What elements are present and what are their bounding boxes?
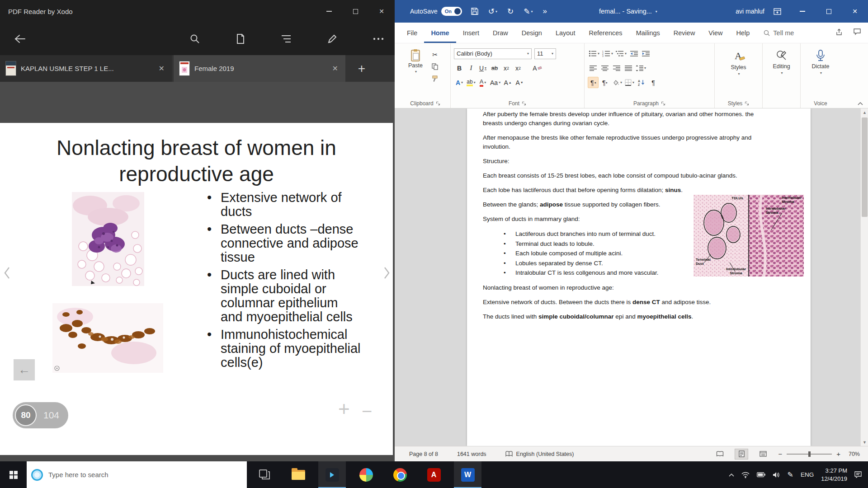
document-title[interactable]: femal... - Saving... ▾ <box>599 0 657 23</box>
previous-page-chevron[interactable] <box>3 266 11 280</box>
page-indicator[interactable]: 80 104 <box>13 402 68 428</box>
scrollbar-thumb[interactable] <box>862 117 868 217</box>
ribbon-tab-home[interactable]: Home <box>424 23 456 43</box>
slide-back-button[interactable]: ← <box>14 359 35 380</box>
zoom-percentage[interactable]: 70% <box>849 451 860 457</box>
ribbon-tab-help[interactable]: Help <box>730 23 757 43</box>
decrease-indent-button[interactable] <box>628 48 639 59</box>
styles-group-label[interactable]: Styles <box>715 100 762 107</box>
action-center-icon[interactable] <box>854 471 862 478</box>
align-right-button[interactable] <box>611 62 622 74</box>
pen-input-icon[interactable]: ✎ <box>787 470 793 479</box>
pdf-maximize-button[interactable] <box>342 0 368 23</box>
shading-button[interactable]: ▾ <box>611 77 623 88</box>
ribbon-tab-references[interactable]: References <box>582 23 629 43</box>
document-scrollbar[interactable]: ▲ ▼ <box>860 108 868 446</box>
undo-icon[interactable]: ↺▾ <box>488 7 497 16</box>
show-paragraph-marks-button[interactable]: ¶ <box>648 77 659 88</box>
format-painter-icon[interactable] <box>429 73 440 84</box>
strikethrough-button[interactable]: ab <box>489 62 500 74</box>
align-left-button[interactable] <box>588 62 599 74</box>
ribbon-tab-design[interactable]: Design <box>515 23 549 43</box>
increase-indent-button[interactable] <box>640 48 651 59</box>
pdf-minimize-button[interactable] <box>316 0 342 23</box>
more-commands-icon[interactable]: » <box>543 7 547 16</box>
font-size-select[interactable]: 11▾ <box>534 48 556 59</box>
ribbon-tab-insert[interactable]: Insert <box>456 23 486 43</box>
styles-button[interactable]: A Styles ▾ <box>725 47 753 97</box>
word-minimize-button[interactable] <box>789 0 816 23</box>
tell-me-box[interactable]: Tell me <box>764 23 794 43</box>
line-spacing-button[interactable]: ▾ <box>635 62 647 74</box>
cut-icon[interactable]: ✂ <box>429 49 440 60</box>
page-count-status[interactable]: Page 8 of 8 <box>409 451 438 457</box>
search-icon[interactable] <box>189 33 200 44</box>
taskbar-pdf-reader-icon[interactable] <box>318 461 346 488</box>
pdf-tab-0[interactable]: KAPLAN USMLE STEP 1 LE...✕ <box>0 55 172 82</box>
ribbon-tab-draw[interactable]: Draw <box>486 23 515 43</box>
font-name-select[interactable]: Calibri (Body)▾ <box>454 48 532 59</box>
left-to-right-button[interactable]: ¶◂ <box>588 77 599 88</box>
collapse-ribbon-icon[interactable] <box>857 102 863 106</box>
share-icon[interactable] <box>835 28 843 38</box>
taskbar-chrome-icon[interactable] <box>386 461 414 488</box>
align-center-button[interactable] <box>599 62 610 74</box>
quick-pen-icon[interactable]: ✎▾ <box>524 7 533 16</box>
font-color-button[interactable]: A▾ <box>477 77 488 88</box>
page-thumbnails-icon[interactable] <box>236 33 245 44</box>
subscript-button[interactable]: x2 <box>501 62 512 74</box>
text-effects-button[interactable]: A▾ <box>454 77 465 88</box>
right-to-left-button[interactable]: ¶▸ <box>599 77 610 88</box>
pdf-close-button[interactable]: ✕ <box>368 0 395 23</box>
pdf-tab-close-icon[interactable]: ✕ <box>157 63 166 74</box>
zoom-out-icon[interactable]: − <box>778 450 782 458</box>
new-tab-button[interactable]: + <box>347 55 376 82</box>
sort-button[interactable]: AZ <box>636 77 647 88</box>
read-mode-view-icon[interactable] <box>713 449 726 460</box>
ribbon-tab-review[interactable]: Review <box>667 23 702 43</box>
shrink-font-button[interactable]: A▼ <box>514 77 525 88</box>
ribbon-display-options-icon[interactable] <box>774 8 781 15</box>
document-page[interactable]: After puberty the female brests develop … <box>467 108 811 446</box>
redo-icon[interactable]: ↻ <box>507 7 514 16</box>
word-count-status[interactable]: 1641 words <box>457 451 486 457</box>
autosave-toggle[interactable]: On <box>441 7 462 16</box>
taskbar-acrobat-icon[interactable]: A <box>420 461 448 488</box>
editing-button[interactable]: Editing ▾ <box>768 47 796 97</box>
copy-icon[interactable] <box>429 61 440 72</box>
next-page-chevron[interactable] <box>383 266 391 280</box>
more-options-icon[interactable] <box>373 38 384 40</box>
battery-icon[interactable] <box>757 472 765 477</box>
bold-button[interactable]: B <box>454 62 465 74</box>
underline-button[interactable]: U▾ <box>477 62 488 74</box>
pdf-tab-1[interactable]: Female 2019✕ <box>174 55 345 82</box>
numbered-list-button[interactable]: 123▾ <box>601 48 614 59</box>
multilevel-list-button[interactable]: ▾ <box>615 48 627 59</box>
superscript-button[interactable]: x2 <box>513 62 524 74</box>
borders-button[interactable]: ▾ <box>624 77 635 88</box>
clipboard-group-label[interactable]: Clipboard <box>400 100 450 107</box>
paragraph-group-label[interactable]: Paragraph <box>585 100 714 107</box>
scroll-up-icon[interactable]: ▲ <box>861 108 868 116</box>
paste-button[interactable]: Paste▾ <box>403 47 428 97</box>
change-case-button[interactable]: Aa▾ <box>489 77 501 88</box>
zoom-slider-thumb[interactable] <box>808 451 811 457</box>
document-figure-histology[interactable]: TDLUs Interlobular Stroma Intralobular S… <box>693 195 804 277</box>
save-icon[interactable] <box>471 8 478 15</box>
ribbon-tab-mailings[interactable]: Mailings <box>629 23 667 43</box>
clear-formatting-button[interactable]: A <box>532 62 542 74</box>
ribbon-tab-file[interactable]: File <box>400 23 424 43</box>
zoom-out-button[interactable]: − <box>362 401 372 422</box>
justify-button[interactable] <box>623 62 634 74</box>
language-indicator[interactable]: ENG <box>801 471 814 478</box>
current-page-badge[interactable]: 80 <box>15 404 37 426</box>
font-group-label[interactable]: Font <box>451 100 584 107</box>
zoom-in-icon[interactable]: + <box>836 450 840 458</box>
volume-icon[interactable] <box>773 472 780 478</box>
start-button[interactable] <box>0 461 27 488</box>
text-highlight-button[interactable]: ab▾ <box>466 77 476 88</box>
network-icon[interactable] <box>741 472 750 478</box>
web-layout-view-icon[interactable] <box>756 449 770 460</box>
dictate-button[interactable]: Dictate ▾ <box>807 47 835 97</box>
zoom-slider[interactable] <box>787 454 832 455</box>
